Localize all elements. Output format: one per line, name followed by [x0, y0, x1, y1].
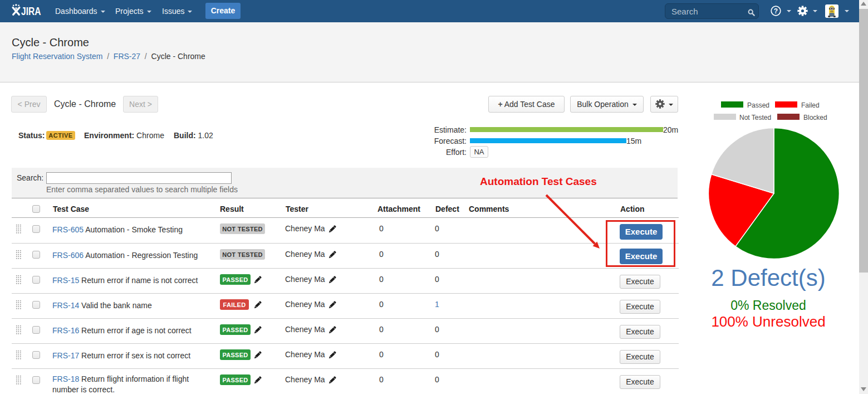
svg-text:?: ? — [774, 7, 778, 15]
